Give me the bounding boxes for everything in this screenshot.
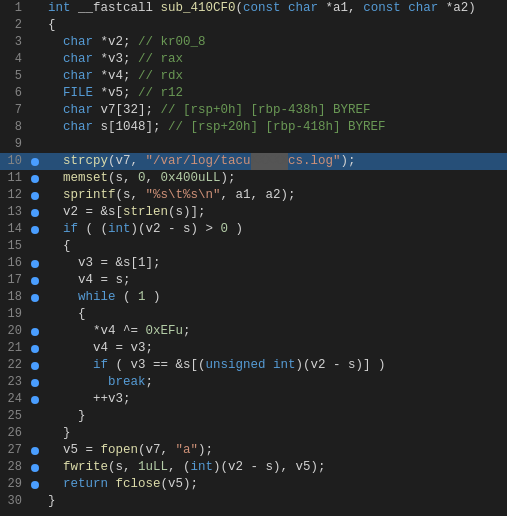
- code-line: 3 char *v2; // kr00_8: [0, 34, 507, 51]
- breakpoint-dot[interactable]: [28, 379, 42, 387]
- code-text: v4 = v3;: [42, 340, 507, 357]
- code-line: 11 memset(s, 0, 0x400uLL);: [0, 170, 507, 187]
- line-number: 21: [0, 340, 28, 357]
- code-line: 26 }: [0, 425, 507, 442]
- breakpoint-dot[interactable]: [28, 362, 42, 370]
- breakpoint-dot[interactable]: [28, 260, 42, 268]
- code-line: 8 char s[1048]; // [rsp+20h] [rbp-418h] …: [0, 119, 507, 136]
- line-number: 22: [0, 357, 28, 374]
- code-line: 12 sprintf(s, "%s\t%s\n", a1, a2);: [0, 187, 507, 204]
- breakpoint-dot[interactable]: [28, 175, 42, 183]
- code-line: 19 {: [0, 306, 507, 323]
- line-number: 4: [0, 51, 28, 68]
- line-number: 6: [0, 85, 28, 102]
- code-text: char v7[32]; // [rsp+0h] [rbp-438h] BYRE…: [42, 102, 507, 119]
- line-number: 8: [0, 119, 28, 136]
- code-text: break;: [42, 374, 507, 391]
- code-text: char *v3; // rax: [42, 51, 507, 68]
- code-text: {: [42, 238, 507, 255]
- line-number: 18: [0, 289, 28, 306]
- code-line: 24 ++v3;: [0, 391, 507, 408]
- code-text: if ( v3 == &s[(unsigned int)(v2 - s)] ): [42, 357, 507, 374]
- line-number: 2: [0, 17, 28, 34]
- code-line: 30}: [0, 493, 507, 510]
- code-line: 16 v3 = &s[1];: [0, 255, 507, 272]
- line-number: 7: [0, 102, 28, 119]
- breakpoint-dot[interactable]: [28, 464, 42, 472]
- breakpoint-dot[interactable]: [28, 481, 42, 489]
- code-line: 18 while ( 1 ): [0, 289, 507, 306]
- code-line: 23 break;: [0, 374, 507, 391]
- code-text: char *v2; // kr00_8: [42, 34, 507, 51]
- line-number: 23: [0, 374, 28, 391]
- line-number: 12: [0, 187, 28, 204]
- code-line: 27 v5 = fopen(v7, "a");: [0, 442, 507, 459]
- code-line: 17 v4 = s;: [0, 272, 507, 289]
- line-number: 24: [0, 391, 28, 408]
- code-line: 28 fwrite(s, 1uLL, (int)(v2 - s), v5);: [0, 459, 507, 476]
- line-number: 3: [0, 34, 28, 51]
- breakpoint-dot[interactable]: [28, 345, 42, 353]
- code-text: v2 = &s[strlen(s)];: [42, 204, 507, 221]
- code-line: 6 FILE *v5; // r12: [0, 85, 507, 102]
- code-text: while ( 1 ): [42, 289, 507, 306]
- breakpoint-dot[interactable]: [28, 277, 42, 285]
- code-line: 5 char *v4; // rdx: [0, 68, 507, 85]
- breakpoint-dot[interactable]: [28, 226, 42, 234]
- line-number: 16: [0, 255, 28, 272]
- code-line: 29 return fclose(v5);: [0, 476, 507, 493]
- code-text: char *v4; // rdx: [42, 68, 507, 85]
- line-number: 1: [0, 0, 28, 17]
- code-text: }: [42, 425, 507, 442]
- code-text: FILE *v5; // r12: [42, 85, 507, 102]
- code-line: 14 if ( (int)(v2 - s) > 0 ): [0, 221, 507, 238]
- breakpoint-dot[interactable]: [28, 447, 42, 455]
- line-number: 25: [0, 408, 28, 425]
- code-text: v4 = s;: [42, 272, 507, 289]
- code-text: fwrite(s, 1uLL, (int)(v2 - s), v5);: [42, 459, 507, 476]
- breakpoint-dot[interactable]: [28, 158, 42, 166]
- line-number: 26: [0, 425, 28, 442]
- code-text: }: [42, 493, 507, 510]
- code-text: v3 = &s[1];: [42, 255, 507, 272]
- line-number: 10: [0, 153, 28, 170]
- line-number: 9: [0, 136, 28, 153]
- line-number: 27: [0, 442, 28, 459]
- code-text: {: [42, 17, 507, 34]
- line-number: 13: [0, 204, 28, 221]
- code-line: 15 {: [0, 238, 507, 255]
- code-line: 20 *v4 ^= 0xEFu;: [0, 323, 507, 340]
- line-number: 29: [0, 476, 28, 493]
- code-text: if ( (int)(v2 - s) > 0 ): [42, 221, 507, 238]
- breakpoint-dot[interactable]: [28, 209, 42, 217]
- breakpoint-dot[interactable]: [28, 396, 42, 404]
- code-text: ++v3;: [42, 391, 507, 408]
- code-text: sprintf(s, "%s\t%s\n", a1, a2);: [42, 187, 507, 204]
- code-line: 7 char v7[32]; // [rsp+0h] [rbp-438h] BY…: [0, 102, 507, 119]
- line-number: 11: [0, 170, 28, 187]
- code-text: v5 = fopen(v7, "a");: [42, 442, 507, 459]
- code-text: *v4 ^= 0xEFu;: [42, 323, 507, 340]
- line-number: 5: [0, 68, 28, 85]
- code-line: 13 v2 = &s[strlen(s)];: [0, 204, 507, 221]
- breakpoint-dot[interactable]: [28, 192, 42, 200]
- code-view: 1int __fastcall sub_410CF0(const char *a…: [0, 0, 507, 510]
- line-number: 17: [0, 272, 28, 289]
- code-text: strcpy(v7, "/var/log/tacuXXXXXcs.log");: [42, 153, 507, 170]
- breakpoint-dot[interactable]: [28, 294, 42, 302]
- line-number: 15: [0, 238, 28, 255]
- code-line: 9: [0, 136, 507, 153]
- code-line: 10 strcpy(v7, "/var/log/tacuXXXXXcs.log"…: [0, 153, 507, 170]
- line-number: 20: [0, 323, 28, 340]
- code-line: 21 v4 = v3;: [0, 340, 507, 357]
- code-text: return fclose(v5);: [42, 476, 507, 493]
- code-text: int __fastcall sub_410CF0(const char *a1…: [42, 0, 507, 17]
- code-line: 22 if ( v3 == &s[(unsigned int)(v2 - s)]…: [0, 357, 507, 374]
- code-text: }: [42, 408, 507, 425]
- code-text: {: [42, 306, 507, 323]
- line-number: 30: [0, 493, 28, 510]
- breakpoint-dot[interactable]: [28, 328, 42, 336]
- code-line: 1int __fastcall sub_410CF0(const char *a…: [0, 0, 507, 17]
- line-number: 14: [0, 221, 28, 238]
- code-line: 25 }: [0, 408, 507, 425]
